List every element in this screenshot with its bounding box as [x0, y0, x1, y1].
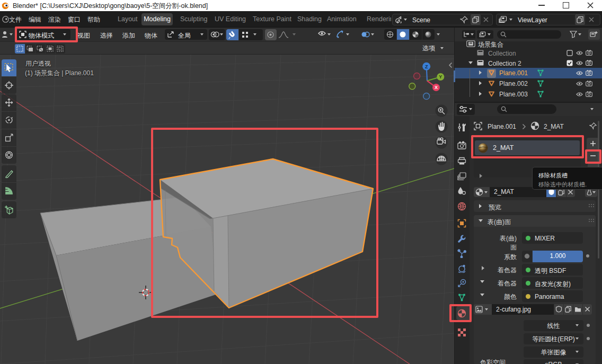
svg-text:Z: Z — [425, 64, 428, 69]
svg-text:X: X — [435, 85, 438, 90]
svg-text:Y: Y — [439, 74, 442, 79]
